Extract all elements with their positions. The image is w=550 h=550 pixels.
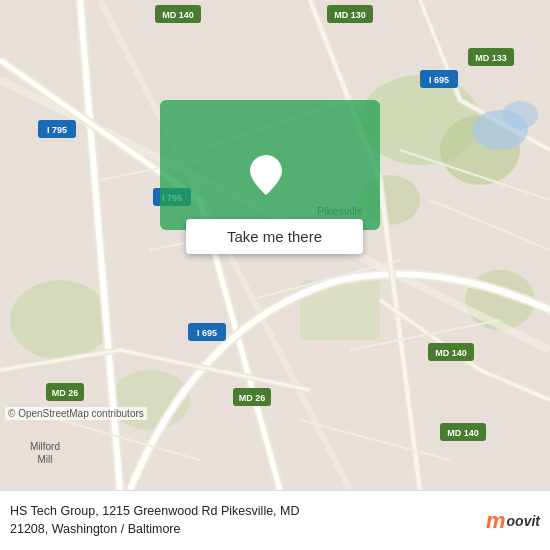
take-me-there-button[interactable]: Take me there — [186, 219, 363, 254]
moovit-m-letter: m — [486, 508, 506, 534]
svg-text:MD 130: MD 130 — [334, 10, 366, 20]
map-copyright: © OpenStreetMap contributors — [5, 407, 147, 420]
svg-point-45 — [502, 101, 538, 129]
svg-text:Mill: Mill — [38, 454, 53, 465]
map-pin — [250, 155, 282, 195]
address-line2: 21208, Washington / Baltimore — [10, 521, 470, 539]
svg-text:I 795: I 795 — [162, 193, 182, 203]
svg-point-3 — [360, 175, 420, 225]
svg-text:MD 133: MD 133 — [475, 53, 507, 63]
svg-text:I 695: I 695 — [197, 328, 217, 338]
svg-text:MD 140: MD 140 — [162, 10, 194, 20]
svg-point-47 — [263, 168, 269, 174]
svg-text:MD 26: MD 26 — [239, 393, 266, 403]
svg-text:MD 26: MD 26 — [52, 388, 79, 398]
location-info: HS Tech Group, 1215 Greenwood Rd Pikesvi… — [10, 503, 470, 538]
svg-text:MD 140: MD 140 — [447, 428, 479, 438]
svg-text:MD 140: MD 140 — [435, 348, 467, 358]
svg-text:I 795: I 795 — [47, 125, 67, 135]
footer: HS Tech Group, 1215 Greenwood Rd Pikesvi… — [0, 490, 550, 550]
moovit-logo-text: oovit — [507, 513, 540, 529]
svg-point-4 — [10, 280, 110, 360]
address-line1: HS Tech Group, 1215 Greenwood Rd Pikesvi… — [10, 503, 470, 521]
map-container: I 795 MD 140 MD 130 I 695 MD 133 I 795 I… — [0, 0, 550, 490]
moovit-logo: m oovit — [470, 501, 540, 541]
svg-text:Milford: Milford — [30, 441, 60, 452]
svg-text:I 695: I 695 — [429, 75, 449, 85]
svg-text:Pikesville: Pikesville — [317, 205, 363, 217]
